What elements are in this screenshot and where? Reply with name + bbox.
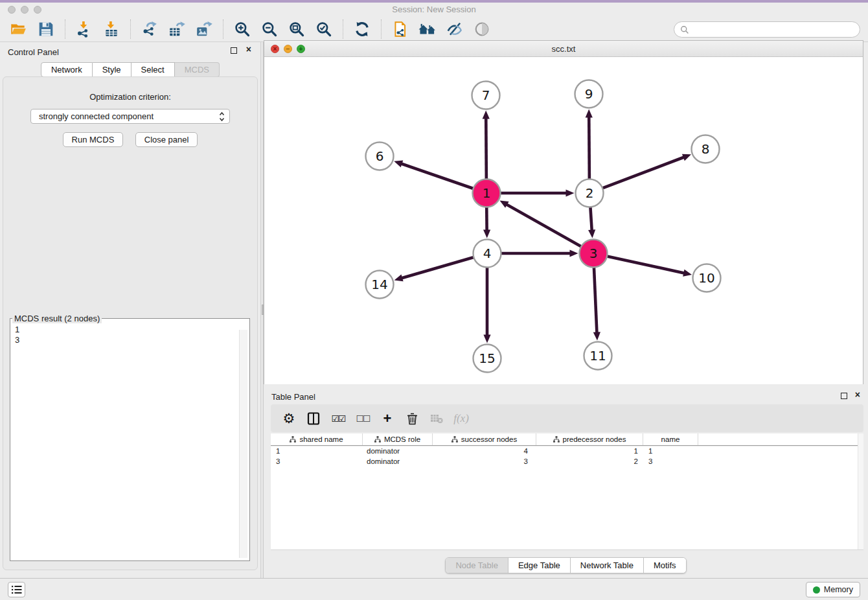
shared-column-icon (553, 436, 560, 443)
graph-edge[interactable] (607, 257, 685, 273)
table-row[interactable]: 1 dominator 4 1 1 (271, 446, 863, 456)
shared-column-icon (374, 436, 381, 443)
column-header-name[interactable]: name (643, 433, 698, 445)
application-window: Session: New Session (0, 0, 868, 600)
graph-edge-arrowhead (593, 332, 600, 340)
table-tabs: Node Table Edge Table Network Table Moti… (264, 557, 868, 573)
status-bar: Memory (0, 578, 868, 600)
control-panel-title: Control Panel (8, 47, 59, 57)
column-header-successor-nodes[interactable]: successor nodes (433, 433, 536, 445)
graph-node-label: 11 (589, 348, 606, 363)
node-table[interactable]: shared name MCDS role successor nodes pr… (271, 433, 863, 550)
graph-edge-arrowhead (682, 154, 691, 161)
close-panel-button[interactable]: Close panel (135, 132, 198, 147)
table-scrollbar[interactable] (858, 433, 863, 549)
float-panel-icon[interactable] (231, 47, 237, 54)
graph-edge-arrowhead (566, 189, 575, 196)
list-icon (12, 585, 22, 594)
import-network-icon[interactable] (73, 19, 95, 40)
memory-button[interactable]: Memory (806, 582, 860, 597)
chevron-stepper-icon (219, 111, 225, 126)
graph-edge-arrowhead (586, 109, 593, 117)
graph-edge[interactable] (486, 117, 486, 179)
graph-edge[interactable] (594, 267, 597, 333)
export-table-icon[interactable] (166, 19, 188, 40)
run-mcds-button[interactable]: Run MCDS (63, 132, 124, 147)
open-session-icon[interactable] (8, 19, 30, 40)
tab-motifs[interactable]: Motifs (644, 558, 686, 573)
grayscale-eye-icon[interactable] (471, 19, 493, 40)
graph-edge[interactable] (401, 163, 474, 189)
select-all-icon[interactable]: ☑☑ (328, 409, 348, 428)
search-icon (680, 25, 689, 34)
zoom-in-icon[interactable] (231, 19, 253, 40)
graph-edge[interactable] (506, 204, 581, 247)
graph-node-label: 2 (586, 185, 594, 201)
table-toolbar: ⚙ ☑☑ ☐☐ + f(x) (271, 404, 863, 432)
tab-style[interactable]: Style (93, 62, 131, 77)
mcds-result-text[interactable]: 1 3 (10, 323, 249, 345)
function-builder-icon: f(x) (451, 409, 471, 428)
graph-edge-arrowhead (483, 110, 490, 119)
add-icon[interactable]: + (378, 409, 397, 428)
mcds-panel-body: Optimization criterion: strongly connect… (3, 76, 258, 570)
refresh-layout-icon[interactable] (351, 19, 373, 40)
style-eye-icon[interactable] (444, 19, 466, 40)
graph-edge[interactable] (589, 116, 589, 179)
graph-edge[interactable] (590, 207, 591, 231)
save-session-icon[interactable] (35, 19, 57, 40)
graph-node-label: 8 (702, 141, 710, 157)
graph-edge[interactable] (401, 257, 474, 278)
network-window-titlebar[interactable]: × − + scc.txt (264, 41, 863, 57)
shared-column-icon (451, 436, 458, 443)
graph-edge-arrowhead (394, 274, 404, 281)
column-header-predecessor-nodes[interactable]: predecessor nodes (536, 433, 643, 445)
mcds-result-legend: MCDS result (2 nodes) (12, 314, 102, 323)
search-input[interactable] (692, 25, 860, 35)
shared-column-icon (290, 436, 296, 443)
float-table-panel-icon[interactable] (841, 393, 847, 399)
tab-node-table[interactable]: Node Table (446, 558, 508, 573)
close-panel-icon[interactable]: × (246, 45, 251, 53)
session-title: Session: New Session (0, 5, 868, 14)
result-scrollbar[interactable] (239, 330, 247, 558)
import-table-icon[interactable] (100, 19, 122, 40)
control-panel: Control Panel × NetworkStyleSelectMCDS O… (0, 42, 260, 578)
main-toolbar (0, 17, 868, 42)
column-header-mcds-role[interactable]: MCDS role (363, 433, 433, 445)
zoom-fit-icon[interactable] (286, 19, 308, 40)
tab-network-table[interactable]: Network Table (571, 558, 644, 573)
clone-network-icon[interactable] (389, 19, 411, 40)
mcds-result-box: MCDS result (2 nodes) 1 3 (10, 314, 250, 561)
criterion-dropdown[interactable]: strongly connected component (30, 109, 230, 124)
export-network-icon[interactable] (139, 19, 161, 40)
export-image-icon[interactable] (193, 19, 215, 40)
table-row[interactable]: 3 dominator 3 2 3 (271, 456, 863, 467)
search-field[interactable] (674, 21, 860, 38)
tab-edge-table[interactable]: Edge Table (508, 558, 571, 573)
column-layout-icon[interactable] (304, 409, 323, 428)
tab-select[interactable]: Select (131, 62, 175, 77)
graph-edge-arrowhead (588, 229, 595, 238)
gear-icon[interactable]: ⚙ (279, 409, 299, 428)
graph-edge[interactable] (602, 157, 685, 188)
network-view-window: × − + scc.txt 7968124314101511 (264, 40, 863, 384)
close-table-panel-icon[interactable]: × (855, 391, 860, 398)
graph-node-label: 1 (483, 185, 491, 201)
memory-label: Memory (824, 585, 853, 594)
first-neighbors-icon[interactable] (417, 19, 439, 40)
zoom-selected-icon[interactable] (313, 19, 335, 40)
graph-edge-arrowhead (483, 335, 490, 343)
network-canvas[interactable]: 7968124314101511 (264, 58, 863, 384)
trash-icon[interactable] (402, 409, 422, 428)
tab-network[interactable]: Network (41, 62, 93, 77)
tab-mcds[interactable]: MCDS (175, 62, 220, 77)
deselect-all-icon[interactable]: ☐☐ (353, 409, 372, 428)
zoom-out-icon[interactable] (258, 19, 280, 40)
show-panels-button[interactable] (8, 582, 25, 597)
network-canvas-svg[interactable]: 7968124314101511 (264, 58, 863, 384)
graph-edge-arrowhead (394, 161, 403, 168)
table-header-row: shared name MCDS role successor nodes pr… (271, 433, 863, 446)
memory-status-icon (813, 586, 820, 594)
column-header-shared-name[interactable]: shared name (271, 433, 363, 445)
